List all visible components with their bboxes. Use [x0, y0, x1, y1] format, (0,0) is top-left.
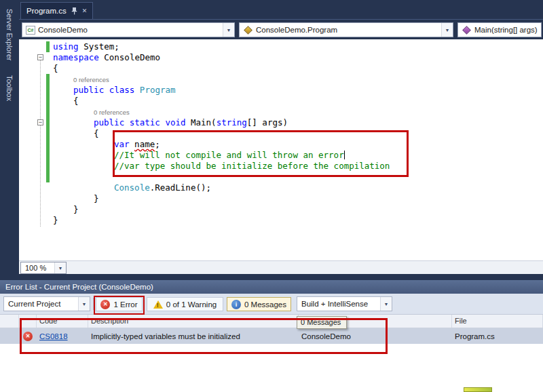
fold-margin — [19, 128, 46, 139]
text-caret — [344, 151, 345, 159]
chevron-down-icon[interactable]: ▼ — [380, 297, 392, 311]
fold-margin — [19, 204, 46, 215]
code-line: } — [19, 215, 543, 226]
code-token: ; — [155, 139, 160, 149]
chevron-down-icon[interactable]: ▼ — [441, 23, 453, 37]
type-dropdown[interactable]: ConsoleDemo.Program ▼ — [239, 22, 453, 37]
code-token: Console — [114, 182, 150, 193]
code-token: } — [53, 215, 58, 225]
zoom-value: 100 % — [25, 264, 46, 272]
error-list-toolbar: Current Project ▼ ✕ 1 Error ! 0 of 1 War… — [0, 294, 543, 315]
fold-collapse-box[interactable]: − — [37, 119, 43, 125]
editor-bottom-strip: 100 % ▼ — [19, 260, 543, 274]
code-line: −public static void Main(string[] args) — [19, 117, 543, 128]
error-row[interactable]: ✕CS0818Implicitly-typed variables must b… — [0, 328, 543, 344]
warning-icon: ! — [153, 300, 163, 309]
code-token: class — [109, 85, 135, 95]
document-tab-program-cs[interactable]: Program.cs ✕ — [20, 2, 93, 19]
fold-margin — [19, 172, 46, 182]
error-squiggle-token: name — [134, 139, 155, 149]
warnings-filter-button[interactable]: ! 0 of 1 Warning — [147, 297, 223, 311]
code-token: { — [53, 63, 58, 73]
column-header-code[interactable]: Code — [37, 315, 88, 328]
left-tool-rail: Server Explorer Toolbox — [0, 0, 19, 280]
column-header-blank[interactable] — [0, 315, 19, 328]
chevron-down-icon[interactable]: ▼ — [54, 262, 66, 273]
fold-margin — [19, 85, 46, 96]
code-token: namespace — [53, 52, 99, 62]
fold-margin — [19, 161, 46, 172]
code-token: [] args) — [247, 117, 288, 128]
code-navigation-bar: C# ConsoleDemo ▼ ConsoleDemo.Program ▼ M… — [19, 19, 543, 39]
line-content: } — [50, 204, 79, 215]
column-header-blank[interactable] — [19, 315, 37, 328]
code-token: System; — [79, 41, 119, 52]
column-header-file[interactable]: File — [452, 315, 543, 328]
column-header-description[interactable]: Description — [88, 315, 299, 328]
code-token: void — [165, 117, 185, 128]
messages-filter-button[interactable]: i 0 Messages — [227, 297, 291, 311]
code-line: public class Program — [19, 85, 543, 96]
line-content: public static void Main(string[] args) — [50, 117, 288, 128]
code-token: public — [94, 117, 124, 128]
scope-filter-value: Current Project — [8, 300, 60, 308]
fold-margin — [19, 63, 46, 74]
code-token: using — [53, 41, 79, 52]
close-icon[interactable]: ✕ — [82, 8, 88, 14]
scope-filter-dropdown[interactable]: Current Project ▼ — [3, 296, 90, 311]
document-tab-bar: Program.cs ✕ — [19, 0, 543, 19]
errors-filter-button[interactable]: ✕ 1 Error — [96, 297, 143, 311]
chevron-down-icon[interactable]: ▼ — [223, 23, 234, 37]
line-content: var name; — [50, 139, 160, 150]
error-list-title: Error List - Current Project (ConsoleDem… — [0, 280, 543, 294]
sidebar-tab-server-explorer[interactable]: Server Explorer — [5, 3, 14, 66]
error-code-link[interactable]: CS0818 — [39, 332, 68, 340]
code-token: Main( — [185, 117, 216, 128]
code-token — [130, 139, 135, 149]
code-line: { — [19, 128, 543, 139]
line-content: } — [50, 215, 58, 226]
error-file-cell: Program.cs — [452, 332, 543, 340]
line-content: 0 references — [50, 74, 109, 85]
code-line: { — [19, 63, 543, 74]
member-dropdown[interactable]: Main(string[] args) — [457, 22, 542, 37]
fold-margin — [19, 182, 46, 193]
code-editor[interactable]: using System;−namespace ConsoleDemo{0 re… — [19, 39, 543, 260]
fold-collapse-box[interactable]: − — [37, 54, 43, 60]
line-content: } — [50, 193, 99, 204]
codelens-references[interactable]: 0 references — [94, 109, 130, 116]
error-project-cell: ConsoleDemo — [299, 332, 452, 340]
errors-filter-label: 1 Error — [113, 300, 137, 309]
codelens-references[interactable]: 0 references — [73, 76, 109, 83]
fold-margin: − — [19, 117, 46, 128]
code-token: { — [73, 96, 79, 106]
pin-icon[interactable] — [71, 7, 77, 15]
line-content: 0 references — [50, 106, 130, 117]
tooltip: 0 Messages — [297, 316, 347, 329]
chevron-down-icon[interactable]: ▼ — [78, 297, 90, 311]
line-content: //var type should be initialize before t… — [50, 161, 390, 172]
fold-margin — [19, 139, 46, 150]
class-icon — [244, 26, 252, 35]
csharp-project-icon: C# — [26, 26, 35, 35]
code-token — [134, 85, 140, 95]
fold-margin: − — [19, 52, 46, 63]
intellisense-filter-dropdown[interactable]: Build + IntelliSense ▼ — [297, 296, 392, 311]
code-token — [104, 85, 109, 95]
code-token: .ReadLine(); — [150, 182, 211, 193]
code-token: string — [217, 117, 247, 128]
error-code-cell: CS0818 — [37, 332, 88, 340]
error-icon: ✕ — [100, 300, 110, 309]
zoom-dropdown[interactable]: 100 % ▼ — [20, 262, 67, 274]
line-content: //It will not compile and will throw an … — [50, 150, 345, 161]
code-token: public — [73, 85, 104, 95]
line-content — [50, 172, 114, 182]
code-token: { — [94, 128, 99, 138]
intellisense-filter-value: Build + IntelliSense — [301, 300, 368, 308]
sidebar-tab-toolbox[interactable]: Toolbox — [5, 69, 14, 107]
code-token: ConsoleDemo — [99, 52, 160, 62]
project-dropdown[interactable]: C# ConsoleDemo ▼ — [22, 22, 235, 37]
fold-margin — [19, 74, 46, 85]
error-icon-cell: ✕ — [19, 332, 37, 341]
fold-margin — [19, 106, 46, 117]
